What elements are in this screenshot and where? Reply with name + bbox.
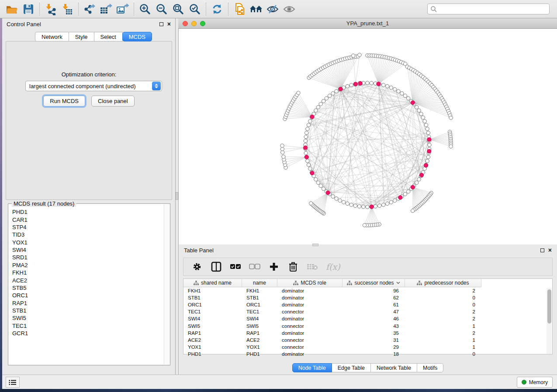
- control-panel-titlebar: Control Panel ×: [2, 18, 175, 30]
- add-column-button[interactable]: [268, 261, 280, 272]
- table-toolbar: f(x): [183, 258, 553, 276]
- result-item[interactable]: SWI5: [9, 314, 164, 322]
- result-item[interactable]: RAP1: [9, 299, 164, 307]
- table-scrollbar-thumb[interactable]: [547, 289, 551, 323]
- zoom-fit-button[interactable]: [170, 2, 187, 17]
- table-row[interactable]: RAP1RAP1dominator352: [183, 330, 552, 337]
- task-history-button[interactable]: [6, 377, 20, 388]
- clone-network-button[interactable]: [231, 2, 248, 17]
- import-network-icon: [45, 3, 57, 15]
- zoom-out-button[interactable]: [153, 2, 170, 17]
- open-session-button[interactable]: [3, 2, 20, 17]
- export-image-button[interactable]: [114, 2, 131, 17]
- table-options-button[interactable]: [191, 261, 203, 272]
- table-cell: RAP1: [183, 330, 242, 336]
- table-scrollbar[interactable]: [547, 288, 552, 354]
- tab-motifs[interactable]: Motifs: [417, 363, 443, 372]
- zoom-in-button[interactable]: [137, 2, 153, 17]
- table-panel-title: Table Panel: [184, 247, 214, 254]
- table-row[interactable]: TEC1TEC1connector472: [183, 308, 552, 315]
- search-input[interactable]: [437, 6, 547, 12]
- result-item[interactable]: CAR1: [9, 216, 164, 223]
- float-panel-icon[interactable]: [159, 22, 163, 26]
- table-delete-icon: [307, 263, 318, 271]
- table-cell: 96: [343, 288, 405, 293]
- result-item[interactable]: SWI4: [9, 246, 164, 254]
- result-item[interactable]: SRD1: [9, 254, 164, 261]
- table-panel-titlebar: Table Panel ×: [179, 244, 557, 256]
- tab-node-table[interactable]: Node Table: [292, 363, 332, 372]
- export-table-button[interactable]: [98, 2, 114, 17]
- function-builder-button[interactable]: f(x): [326, 262, 340, 272]
- network-canvas[interactable]: [178, 29, 557, 244]
- apply-layout-button[interactable]: [209, 2, 225, 17]
- result-item[interactable]: PHD1: [9, 208, 164, 216]
- table-row[interactable]: FKH1FKH1dominator962: [183, 287, 552, 294]
- show-columns-button[interactable]: [211, 261, 222, 272]
- close-panel-button[interactable]: Close panel: [91, 96, 135, 107]
- tab-network[interactable]: Network: [35, 32, 69, 41]
- deselect-all-button[interactable]: [249, 261, 260, 272]
- save-session-button[interactable]: [20, 2, 37, 17]
- hide-selected-button[interactable]: [264, 2, 281, 17]
- tab-edge-table[interactable]: Edge Table: [332, 363, 371, 372]
- table-row[interactable]: STB1STB1dominator620: [183, 294, 552, 301]
- run-mcds-button[interactable]: Run MCDS: [43, 96, 85, 107]
- delete-column-button[interactable]: [287, 261, 299, 272]
- tab-network-table[interactable]: Network Table: [371, 363, 417, 372]
- column-header-MCDS-role[interactable]: MCDS role: [277, 279, 343, 287]
- tab-style[interactable]: Style: [69, 32, 94, 41]
- zoom-selected-button[interactable]: [187, 2, 203, 17]
- float-panel-icon[interactable]: [540, 248, 544, 252]
- result-item[interactable]: STB1: [9, 307, 164, 314]
- tab-select[interactable]: Select: [94, 32, 123, 41]
- result-item[interactable]: PMA2: [9, 261, 164, 269]
- table-cell: dominator: [277, 316, 343, 321]
- import-table-button[interactable]: [59, 2, 76, 17]
- table-row[interactable]: ACE2ACE2connector311: [183, 337, 552, 344]
- table-cell: 47: [343, 309, 405, 314]
- result-item[interactable]: STP4: [9, 224, 164, 231]
- result-item[interactable]: ACE2: [9, 276, 164, 284]
- table-cell: STB1: [242, 295, 277, 300]
- column-header-shared-name[interactable]: shared name: [183, 279, 242, 287]
- result-item[interactable]: ORC1: [9, 292, 164, 299]
- table-cell: 2: [405, 316, 481, 321]
- show-all-button[interactable]: [281, 2, 298, 17]
- optimization-criterion-select[interactable]: largest connected component (undirected): [25, 81, 162, 91]
- memory-button[interactable]: Memory: [517, 377, 553, 388]
- result-item[interactable]: TID3: [9, 231, 164, 238]
- column-header-name[interactable]: name: [242, 279, 277, 287]
- result-item[interactable]: GCR1: [9, 330, 164, 337]
- table-cell: 1: [405, 323, 481, 329]
- import-network-button[interactable]: [42, 2, 59, 17]
- table-row[interactable]: PHD1PHD1dominator180: [183, 351, 552, 358]
- result-item[interactable]: FKH1: [9, 269, 164, 276]
- refresh-icon: [211, 3, 223, 15]
- table-cell: connector: [277, 344, 343, 350]
- table-row[interactable]: ORC1ORC1dominator610: [183, 301, 552, 308]
- delete-table-button[interactable]: [307, 261, 318, 272]
- result-item[interactable]: YOX1: [9, 239, 164, 246]
- close-panel-icon[interactable]: ×: [167, 22, 171, 26]
- export-network-icon: [83, 3, 96, 15]
- column-header-predecessor-nodes[interactable]: predecessor nodes: [405, 279, 481, 287]
- table-row[interactable]: SWI5SWI5connector431: [183, 322, 552, 329]
- table-row[interactable]: SWI4SWI4dominator462: [183, 315, 552, 322]
- result-item[interactable]: TEC1: [9, 322, 164, 330]
- search-box[interactable]: [427, 3, 550, 14]
- result-item[interactable]: STB5: [9, 284, 164, 292]
- mcds-result-scrollbar[interactable]: [164, 204, 170, 364]
- column-header-successor-nodes[interactable]: successor nodes: [343, 279, 405, 287]
- table-row[interactable]: YOX1YOX1connector291: [183, 344, 552, 351]
- network-graph[interactable]: [179, 29, 557, 244]
- table-cell: 0: [405, 295, 481, 300]
- close-panel-icon[interactable]: ×: [548, 248, 552, 252]
- export-network-button[interactable]: [81, 2, 98, 17]
- tab-mcds[interactable]: MCDS: [122, 32, 152, 41]
- clone-network-icon: [233, 3, 246, 16]
- first-neighbors-button[interactable]: [248, 2, 264, 17]
- select-all-button[interactable]: [230, 261, 241, 272]
- table-cell: TEC1: [242, 309, 277, 314]
- network-window-titlebar[interactable]: YPA_prune.txt_1: [178, 18, 557, 29]
